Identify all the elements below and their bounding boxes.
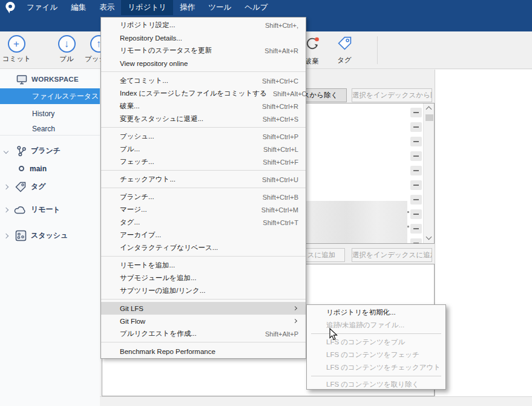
submenu-item-track-untrack-files[interactable]: 追跡/未追跡のファイル... — [307, 319, 445, 332]
menu-item-discard[interactable]: 破棄...Shift+Ctrl+R — [101, 100, 306, 113]
sidebar-section-stashes[interactable]: スタッシュ — [0, 228, 100, 243]
menu-separator — [101, 70, 306, 74]
stash-icon — [15, 230, 27, 241]
cloud-icon — [14, 205, 27, 215]
commit-button[interactable]: + コミット — [2, 35, 30, 64]
submenu-item-initialize-repository[interactable]: リポジトリを初期化... — [307, 306, 445, 319]
submenu-separator — [307, 374, 445, 378]
menu-item-git-flow[interactable]: Git Flow — [101, 315, 306, 327]
tag-icon — [337, 35, 353, 51]
sidebar-section-tags[interactable]: タグ — [0, 179, 100, 194]
menu-item-checkout[interactable]: チェックアウト...Shift+Ctrl+U — [101, 173, 306, 186]
menu-item-commit-staged[interactable]: Index にステージしたファイルをコミットするShift+Alt+C — [101, 87, 306, 100]
menu-item-stash-changes[interactable]: 変更をスタッシュに退避...Shift+Ctrl+S — [101, 113, 306, 125]
menubar-item-file[interactable]: ファイル — [20, 0, 64, 15]
unstage-file-button[interactable] — [410, 224, 422, 234]
scroll-down-icon[interactable] — [426, 234, 432, 240]
pull-button[interactable]: ↓ プル — [53, 35, 80, 64]
workspace-header: WORKSPACE — [0, 73, 100, 86]
menu-separator — [101, 340, 306, 345]
unstage-file-button[interactable] — [410, 137, 422, 146]
sidebar: WORKSPACE ファイルステータス History Search ブランチ … — [0, 69, 100, 406]
menubar: ファイル 編集 表示 リポジトリ 操作 ツール ヘルプ — [0, 0, 532, 15]
workspace-label: WORKSPACE — [31, 76, 79, 83]
sidebar-section-branches[interactable]: ブランチ — [0, 143, 100, 159]
commit-plus-circle-icon: + — [8, 35, 25, 53]
sidebar-item-history[interactable]: History — [0, 106, 100, 121]
submenu-chevron-icon — [293, 306, 297, 310]
chevron-right-icon[interactable] — [4, 207, 8, 212]
menu-item-benchmark-repo-performance[interactable]: Benchmark Repo Performance — [101, 345, 306, 358]
menu-item-merge[interactable]: マージ...Shift+Ctrl+M — [101, 203, 306, 216]
staged-list-scrollbar[interactable] — [423, 103, 435, 243]
commit-label: コミット — [2, 54, 30, 64]
menu-separator — [101, 186, 306, 191]
menu-separator — [101, 297, 306, 302]
tag-button[interactable]: タグ — [330, 35, 358, 65]
menu-item-repository-details[interactable]: Repository Details... — [101, 31, 306, 44]
sidebar-item-search[interactable]: Search — [0, 121, 100, 136]
menu-item-add-subtree[interactable]: サブツリーの追加/リンク... — [101, 284, 306, 297]
menu-item-refresh-remote-status[interactable]: リモートのステータスを更新Shift+Alt+R — [101, 44, 306, 57]
submenu-item-fetch-lfs-content[interactable]: LFS のコンテンツをフェッチ — [307, 349, 445, 361]
sidebar-branch-main[interactable]: main — [0, 161, 100, 176]
menubar-item-edit[interactable]: 編集 — [64, 0, 93, 15]
sidebar-item-file-status[interactable]: ファイルステータス — [0, 88, 100, 104]
submenu-separator — [307, 332, 445, 336]
pull-arrow-down-circle-icon: ↓ — [58, 35, 76, 53]
file-status-label: ファイルステータス — [32, 91, 99, 102]
menu-item-branch[interactable]: ブランチ...Shift+Ctrl+B — [101, 191, 306, 203]
menubar-item-tools[interactable]: ツール — [202, 0, 238, 15]
stage-selected-button[interactable]: 選択をインデックスに追加 — [352, 248, 432, 262]
redacted-file-names — [306, 201, 407, 243]
menu-item-add-submodule[interactable]: サブモジュールを追加... — [101, 272, 306, 284]
redacted-text-fragment — [407, 211, 409, 213]
tag-label: タグ — [330, 56, 358, 65]
submenu-chevron-icon — [293, 319, 297, 323]
pull-label: プル — [53, 54, 80, 64]
menu-item-push[interactable]: プッシュ...Shift+Ctrl+P — [101, 130, 306, 143]
submenu-item-prune-lfs-content[interactable]: LFS のコンテンツを取り除く — [307, 378, 445, 391]
unstage-file-button[interactable] — [410, 195, 422, 205]
unstage-file-button[interactable] — [410, 122, 422, 132]
unstage-file-button[interactable] — [410, 166, 422, 175]
menu-item-archive[interactable]: アーカイブ... — [101, 229, 306, 241]
menu-item-tag[interactable]: タグ...Shift+Ctrl+T — [101, 216, 306, 229]
workspace-monitor-icon — [16, 74, 27, 85]
menu-item-add-remote[interactable]: リモートを追加... — [101, 259, 306, 272]
diff-preview-panel — [435, 70, 532, 396]
git-lfs-submenu: リポジトリを初期化... 追跡/未追跡のファイル... LFS のコンテンツをプ… — [306, 304, 446, 390]
menu-item-commit-all[interactable]: 全てコミット...Shift+Ctrl+C — [101, 74, 306, 87]
unstage-file-button[interactable] — [410, 180, 422, 190]
sidebar-section-remotes[interactable]: リモート — [0, 202, 100, 217]
chevron-right-icon[interactable] — [4, 184, 8, 189]
unstage-file-button[interactable] — [410, 209, 422, 219]
unstage-selected-button[interactable]: 選択をインデックスから除く — [352, 88, 432, 102]
menu-item-interactive-rebase[interactable]: インタラクティブなリベース... — [101, 241, 306, 254]
menu-item-git-lfs[interactable]: Git LFS — [101, 302, 306, 315]
menu-separator — [101, 125, 306, 130]
commit-message-bar — [100, 396, 532, 406]
branch-icon — [15, 145, 27, 157]
unstage-file-button[interactable] — [410, 151, 422, 161]
menu-item-fetch[interactable]: フェッチ...Shift+Ctrl+F — [101, 156, 306, 168]
chevron-right-icon[interactable] — [4, 233, 8, 238]
submenu-item-checkout-lfs-content[interactable]: LFS のコンテンツをチェックアウト — [307, 361, 445, 374]
mouse-cursor-icon — [329, 328, 338, 341]
menu-item-pull[interactable]: プル...Shift+Ctrl+L — [101, 143, 306, 156]
chevron-down-icon[interactable] — [4, 148, 8, 153]
scroll-up-icon[interactable] — [426, 106, 432, 113]
scrollbar-thumb[interactable] — [425, 114, 433, 121]
menubar-item-actions[interactable]: 操作 — [173, 0, 202, 15]
menu-item-create-pull-request[interactable]: プルリクエストを作成...Shift+Alt+P — [101, 327, 306, 340]
menubar-item-help[interactable]: ヘルプ — [238, 0, 274, 15]
unstage-file-button[interactable] — [410, 238, 422, 244]
menubar-item-repository[interactable]: リポジトリ — [121, 0, 173, 15]
submenu-item-pull-lfs-content[interactable]: LFS のコンテンツをプル — [307, 336, 445, 349]
toolbar-separator — [377, 36, 378, 64]
menubar-item-view[interactable]: 表示 — [93, 0, 121, 15]
menu-item-repository-settings[interactable]: リポジトリ設定...Shift+Ctrl+, — [101, 19, 306, 31]
repository-menu: リポジトリ設定...Shift+Ctrl+, Repository Detail… — [100, 17, 306, 359]
unstage-file-button[interactable] — [410, 108, 422, 117]
menu-item-view-repository-online[interactable]: View repository online — [101, 57, 306, 70]
